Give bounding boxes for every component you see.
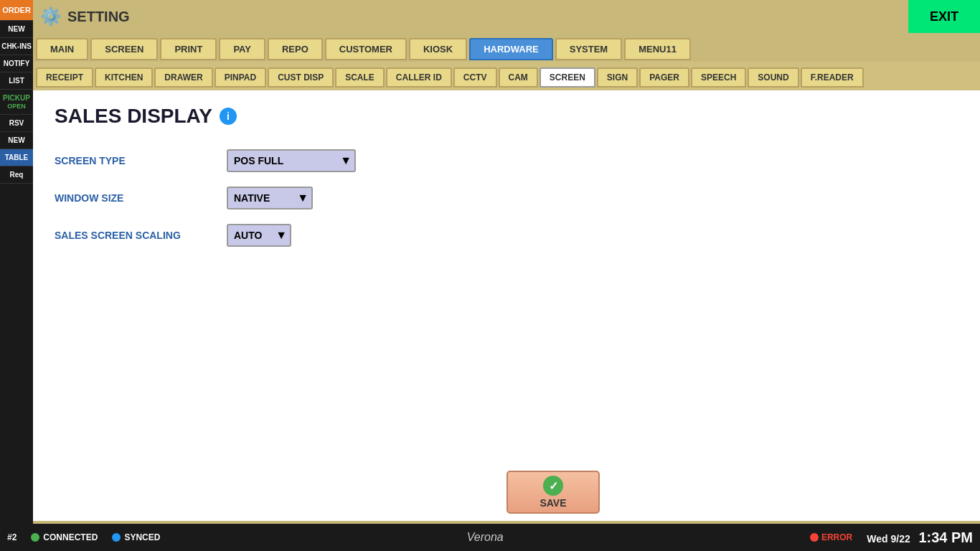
tab-main[interactable]: MAIN	[36, 38, 88, 60]
subtab-drawer[interactable]: DRAWER	[154, 67, 212, 88]
station-name: Verona	[174, 531, 796, 544]
subtab-screen[interactable]: SCREEN	[540, 67, 595, 88]
synced-label: SYNCED	[124, 532, 160, 542]
subtab-scale[interactable]: SCALE	[335, 67, 385, 88]
scaling-select[interactable]: AUTO 50% 75% 100% 125% 150%	[227, 224, 291, 247]
tab-screen[interactable]: SCREEN	[90, 38, 158, 60]
subtab-receipt[interactable]: RECEIPT	[36, 67, 93, 88]
time-text: 1:34 PM	[918, 529, 973, 545]
window-size-select[interactable]: NATIVE 800x600 1024x768 1280x1024	[227, 187, 313, 209]
subtab-sound[interactable]: SOUND	[748, 67, 798, 88]
tab-hardware[interactable]: HARDWARE	[469, 38, 553, 60]
error-label: ERROR	[821, 532, 852, 542]
tab-menu11[interactable]: MENU11	[624, 38, 691, 60]
synced-dot	[112, 533, 121, 542]
tab-system[interactable]: SYSTEM	[555, 38, 622, 60]
sidebar-item-req[interactable]: Req	[0, 166, 33, 184]
page-title: SALES DISPLAY	[55, 105, 212, 128]
tab-pay[interactable]: PAY	[219, 38, 265, 60]
tab-customer[interactable]: CUSTOMER	[325, 38, 407, 60]
sidebar-item-chkins[interactable]: CHK-INS	[0, 38, 33, 55]
status-connected: CONNECTED	[31, 532, 98, 542]
subtab-pager[interactable]: PAGER	[639, 67, 689, 88]
content-area: SALES DISPLAY i SCREEN TYPE POS FULL POS…	[33, 90, 980, 521]
sidebar-item-order[interactable]: ORDER	[0, 0, 33, 21]
scaling-wrapper: AUTO 50% 75% 100% 125% 150% ▼	[227, 224, 291, 247]
tab-repo[interactable]: REPO	[268, 38, 323, 60]
subtab-speech[interactable]: SPEECH	[691, 67, 746, 88]
sidebar-item-new2[interactable]: NEW	[0, 132, 33, 149]
station-number: #2	[7, 532, 17, 542]
scaling-label: SALES SCREEN SCALING	[55, 230, 227, 241]
window-size-wrapper: NATIVE 800x600 1024x768 1280x1024 ▼	[227, 187, 313, 209]
window-size-row: WINDOW SIZE NATIVE 800x600 1024x768 1280…	[55, 187, 958, 209]
sidebar-item-new1[interactable]: NEW	[0, 21, 33, 38]
sidebar-item-rsv[interactable]: RSV	[0, 115, 33, 132]
scaling-row: SALES SCREEN SCALING AUTO 50% 75% 100% 1…	[55, 224, 958, 247]
window-size-label: WINDOW SIZE	[55, 192, 227, 204]
connected-label: CONNECTED	[43, 532, 98, 542]
main-tab-bar: MAIN SCREEN PRINT PAY REPO CUSTOMER KIOS…	[33, 33, 980, 62]
subtab-callerid[interactable]: CALLER ID	[386, 67, 452, 88]
exit-button[interactable]: EXIT	[908, 0, 980, 33]
datetime-display: Wed 9/22 1:34 PM	[867, 529, 973, 546]
gear-icon: ⚙️	[40, 6, 62, 27]
subtab-cam[interactable]: CAM	[499, 67, 538, 88]
save-label: SAVE	[540, 497, 566, 509]
date-text: Wed 9/22	[867, 533, 910, 545]
save-check-icon: ✓	[543, 476, 563, 496]
subtab-sign[interactable]: SIGN	[597, 67, 638, 88]
subtab-kitchen[interactable]: KITCHEN	[95, 67, 153, 88]
header: ⚙️ SETTING EXIT	[33, 0, 980, 33]
subtab-custdisp[interactable]: CUST DISP	[268, 67, 334, 88]
screen-type-select[interactable]: POS FULL POS HALF KITCHEN NONE	[227, 149, 356, 172]
subtab-freader[interactable]: F.READER	[801, 67, 864, 88]
sub-tab-bar: RECEIPT KITCHEN DRAWER PINPAD CUST DISP …	[33, 62, 980, 90]
sidebar-item-table[interactable]: TABLE	[0, 149, 33, 166]
sidebar-item-pickup[interactable]: PICKUPOPEN	[0, 90, 33, 115]
sidebar-item-notify[interactable]: NOTIFY	[0, 55, 33, 72]
tab-print[interactable]: PRINT	[160, 38, 217, 60]
sidebar: ORDER NEW CHK-INS NOTIFY LIST PICKUPOPEN…	[0, 0, 33, 524]
connected-dot	[31, 533, 39, 542]
tab-kiosk[interactable]: KIOSK	[409, 38, 467, 60]
screen-type-wrapper: POS FULL POS HALF KITCHEN NONE ▼	[227, 149, 356, 172]
app-title: SETTING	[67, 9, 973, 25]
screen-type-label: SCREEN TYPE	[55, 155, 227, 166]
subtab-pinpad[interactable]: PINPAD	[215, 67, 266, 88]
error-dot	[810, 533, 819, 542]
status-synced: SYNCED	[112, 532, 160, 542]
page-title-row: SALES DISPLAY i	[55, 105, 958, 128]
screen-type-row: SCREEN TYPE POS FULL POS HALF KITCHEN NO…	[55, 149, 958, 172]
status-number: #2	[7, 532, 17, 542]
subtab-cctv[interactable]: CCTV	[453, 67, 497, 88]
sidebar-item-list[interactable]: LIST	[0, 72, 33, 90]
error-status: ERROR	[810, 532, 852, 542]
status-bar: #2 CONNECTED SYNCED Verona ERROR Wed 9/2…	[0, 524, 980, 551]
save-button[interactable]: ✓ SAVE	[507, 471, 600, 514]
info-icon[interactable]: i	[220, 108, 237, 125]
